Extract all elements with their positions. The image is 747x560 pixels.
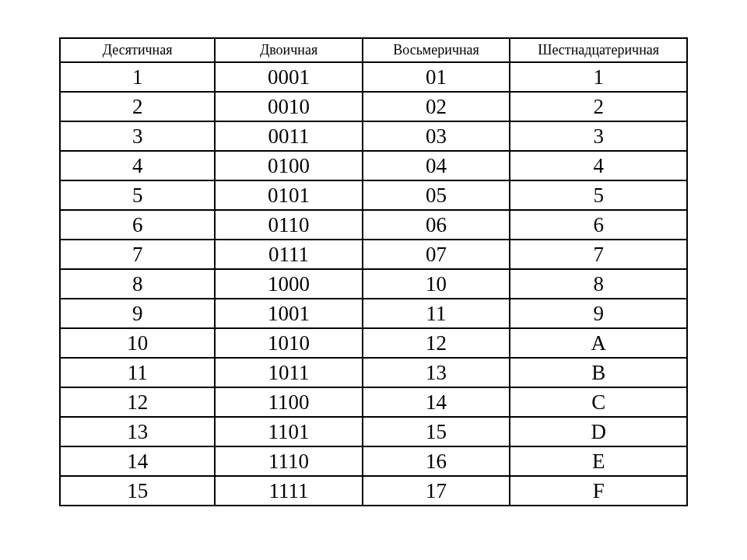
cell-octal: 02 bbox=[363, 92, 510, 121]
cell-octal: 17 bbox=[363, 476, 510, 506]
cell-decimal: 10 bbox=[60, 328, 215, 358]
cell-decimal: 8 bbox=[60, 269, 215, 299]
cell-octal: 12 bbox=[363, 328, 510, 358]
header-octal: Восьмеричная bbox=[363, 38, 510, 62]
cell-hex: 6 bbox=[510, 210, 687, 240]
cell-hex: 2 bbox=[510, 92, 687, 121]
cell-decimal: 11 bbox=[60, 358, 215, 387]
cell-octal: 11 bbox=[363, 299, 510, 328]
cell-hex: 3 bbox=[510, 121, 687, 151]
cell-decimal: 14 bbox=[60, 446, 215, 476]
cell-binary: 0011 bbox=[215, 121, 362, 151]
cell-hex: 8 bbox=[510, 269, 687, 299]
cell-hex: 7 bbox=[510, 240, 687, 269]
cell-decimal: 12 bbox=[60, 387, 215, 417]
cell-binary: 1000 bbox=[215, 269, 362, 299]
cell-octal: 06 bbox=[363, 210, 510, 240]
cell-binary: 0100 bbox=[215, 151, 362, 180]
cell-octal: 13 bbox=[363, 358, 510, 387]
cell-decimal: 4 bbox=[60, 151, 215, 180]
cell-decimal: 6 bbox=[60, 210, 215, 240]
header-row: Десятичная Двоичная Восьмеричная Шестнад… bbox=[60, 38, 687, 62]
cell-binary: 1101 bbox=[215, 417, 362, 446]
table-row: 5 0101 05 5 bbox=[60, 180, 687, 210]
cell-decimal: 3 bbox=[60, 121, 215, 151]
cell-binary: 0110 bbox=[215, 210, 362, 240]
cell-decimal: 13 bbox=[60, 417, 215, 446]
cell-binary: 1110 bbox=[215, 446, 362, 476]
table-row: 2 0010 02 2 bbox=[60, 92, 687, 121]
cell-binary: 0111 bbox=[215, 240, 362, 269]
table-row: 4 0100 04 4 bbox=[60, 151, 687, 180]
table-row: 11 1011 13 B bbox=[60, 358, 687, 387]
table-row: 8 1000 10 8 bbox=[60, 269, 687, 299]
table-row: 1 0001 01 1 bbox=[60, 62, 687, 92]
cell-binary: 1111 bbox=[215, 476, 362, 506]
cell-octal: 04 bbox=[363, 151, 510, 180]
cell-hex: 9 bbox=[510, 299, 687, 328]
cell-octal: 16 bbox=[363, 446, 510, 476]
cell-hex: B bbox=[510, 358, 687, 387]
cell-octal: 05 bbox=[363, 180, 510, 210]
cell-octal: 03 bbox=[363, 121, 510, 151]
cell-hex: 4 bbox=[510, 151, 687, 180]
cell-octal: 01 bbox=[363, 62, 510, 92]
cell-hex: F bbox=[510, 476, 687, 506]
header-binary: Двоичная bbox=[215, 38, 362, 62]
cell-decimal: 9 bbox=[60, 299, 215, 328]
cell-octal: 07 bbox=[363, 240, 510, 269]
cell-hex: D bbox=[510, 417, 687, 446]
cell-hex: A bbox=[510, 328, 687, 358]
table-row: 13 1101 15 D bbox=[60, 417, 687, 446]
table-row: 10 1010 12 A bbox=[60, 328, 687, 358]
cell-binary: 1010 bbox=[215, 328, 362, 358]
cell-decimal: 5 bbox=[60, 180, 215, 210]
cell-binary: 0010 bbox=[215, 92, 362, 121]
cell-binary: 1100 bbox=[215, 387, 362, 417]
cell-hex: 5 bbox=[510, 180, 687, 210]
cell-binary: 0001 bbox=[215, 62, 362, 92]
table-row: 7 0111 07 7 bbox=[60, 240, 687, 269]
cell-hex: E bbox=[510, 446, 687, 476]
cell-octal: 10 bbox=[363, 269, 510, 299]
cell-binary: 1001 bbox=[215, 299, 362, 328]
cell-decimal: 2 bbox=[60, 92, 215, 121]
cell-hex: 1 bbox=[510, 62, 687, 92]
table-row: 9 1001 11 9 bbox=[60, 299, 687, 328]
cell-binary: 0101 bbox=[215, 180, 362, 210]
cell-decimal: 7 bbox=[60, 240, 215, 269]
table-row: 12 1100 14 C bbox=[60, 387, 687, 417]
header-decimal: Десятичная bbox=[60, 38, 215, 62]
cell-binary: 1011 bbox=[215, 358, 362, 387]
header-hexadecimal: Шестнадцатеричная bbox=[510, 38, 687, 62]
table-row: 6 0110 06 6 bbox=[60, 210, 687, 240]
table-row: 15 1111 17 F bbox=[60, 476, 687, 506]
cell-octal: 14 bbox=[363, 387, 510, 417]
cell-octal: 15 bbox=[363, 417, 510, 446]
table-row: 14 1110 16 E bbox=[60, 446, 687, 476]
cell-decimal: 1 bbox=[60, 62, 215, 92]
table-row: 3 0011 03 3 bbox=[60, 121, 687, 151]
number-systems-table: Десятичная Двоичная Восьмеричная Шестнад… bbox=[59, 37, 688, 506]
cell-decimal: 15 bbox=[60, 476, 215, 506]
cell-hex: C bbox=[510, 387, 687, 417]
